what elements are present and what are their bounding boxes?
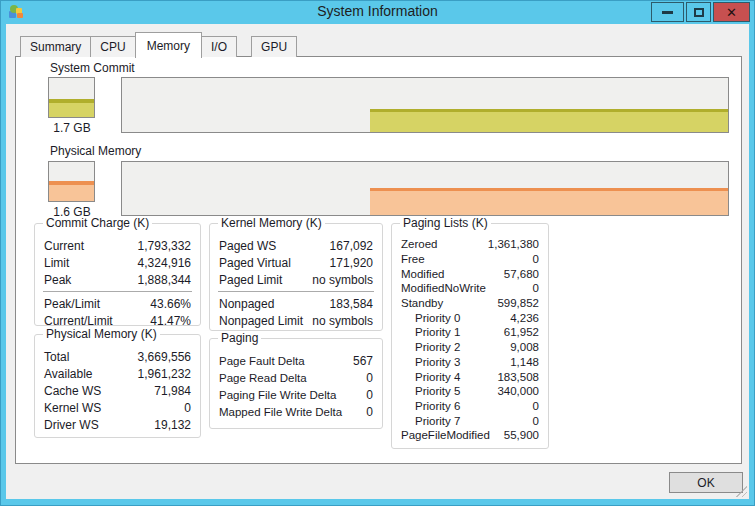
row-label: Total [44,350,69,364]
row-value: 71,984 [154,384,191,398]
row-label: Nonpaged [219,297,274,311]
row-label: Current/Limit [44,314,113,328]
ok-button[interactable]: OK [669,472,743,493]
tab-summary[interactable]: Summary [20,36,91,57]
maximize-button[interactable] [686,2,711,22]
row-value: 340,000 [497,385,539,397]
row-value: no symbols [312,273,373,287]
row-value: 0 [533,415,539,427]
panel-row: Modified57,680 [392,266,548,281]
kernel-memory-panel: Kernel Memory (K) Paged WS167,092Paged V… [209,223,383,331]
panel-row: Free0 [392,252,548,267]
system-commit-gauge [48,77,95,118]
memory-tab-page: System Commit 1.7 GB Physical Memory 1.6… [15,56,742,464]
physical-memory-history-graph [121,161,729,216]
row-value: 4,324,916 [138,256,191,270]
row-value: 9,008 [510,341,539,353]
panel-row: Priority 60 [392,399,548,414]
panel-row: Nonpaged183,584 [210,295,382,312]
panel-row: Priority 161,952 [392,325,548,340]
row-value: 567 [353,354,373,368]
row-label: Priority 6 [401,400,460,412]
panel-row: Priority 04,236 [392,310,548,325]
row-value: 1,361,380 [488,238,539,250]
row-label: Current [44,239,84,253]
panel-row: Available1,961,232 [35,365,200,382]
row-label: Priority 4 [401,371,460,383]
panel-title: Paging Lists (K) [400,216,491,230]
system-commit-graph-fill [370,109,728,132]
panel-title: Physical Memory (K) [43,327,160,341]
row-value: 171,920 [330,256,373,270]
panel-row: PageFileModified55,900 [392,428,548,443]
separator [218,291,374,292]
row-value: 19,132 [154,418,191,432]
row-value: no symbols [312,314,373,328]
row-label: Standby [401,297,443,309]
panel-rows: Paged WS167,092Paged Virtual171,920Paged… [210,237,382,329]
row-value: 0 [366,371,373,385]
tab-bar: Summary CPU Memory I/O GPU [20,32,296,57]
row-value: 61,952 [504,326,539,338]
paging-panel: Paging Page Fault Delta567Page Read Delt… [209,338,383,429]
row-value: 599,852 [497,297,539,309]
close-button[interactable]: ✕ [713,2,750,22]
row-label: Peak [44,273,71,287]
row-label: Cache WS [44,384,101,398]
paging-lists-panel: Paging Lists (K) Zeroed1,361,380Free0Mod… [391,223,549,449]
commit-charge-panel: Commit Charge (K) Current1,793,332Limit4… [34,223,201,326]
system-information-window: System Information ✕ Summary CPU Memory … [0,0,755,506]
panel-row: Cache WS71,984 [35,382,200,399]
row-value: 0 [533,253,539,265]
tab-io[interactable]: I/O [201,36,237,57]
panel-rows: Total3,669,556Available1,961,232Cache WS… [35,348,200,433]
row-label: Paged Virtual [219,256,291,270]
panel-rows: Current1,793,332Limit4,324,916Peak1,888,… [35,237,200,329]
window-title: System Information [1,3,754,19]
minimize-button[interactable] [651,2,684,22]
row-label: Priority 7 [401,415,460,427]
close-icon: ✕ [726,6,737,19]
row-label: Zeroed [401,238,437,250]
row-value: 3,669,556 [138,350,191,364]
panel-row: Paged Limitno symbols [210,271,382,288]
row-label: Driver WS [44,418,99,432]
row-value: 0 [533,400,539,412]
row-label: PageFileModified [401,429,490,441]
row-value: 1,793,332 [138,239,191,253]
panel-row: Priority 70 [392,413,548,428]
row-label: Available [44,367,92,381]
tab-gpu[interactable]: GPU [251,36,297,57]
row-label: Page Read Delta [219,372,307,384]
row-label: Page Fault Delta [219,355,305,367]
panel-title: Kernel Memory (K) [218,216,325,230]
titlebar[interactable]: System Information ✕ [1,1,754,24]
row-value: 57,680 [504,268,539,280]
panel-row: Mapped File Write Delta0 [210,403,382,420]
panel-title: Paging [218,331,261,345]
row-value: 1,148 [510,356,539,368]
row-value: 43.66% [150,297,191,311]
panel-row: Nonpaged Limitno symbols [210,312,382,329]
panel-row: Page Read Delta0 [210,369,382,386]
row-label: Kernel WS [44,401,101,415]
tab-memory[interactable]: Memory [135,32,202,58]
row-label: Priority 5 [401,385,460,397]
panel-row: ModifiedNoWrite0 [392,281,548,296]
window-controls: ✕ [651,2,750,22]
system-commit-gauge-value: 1.7 GB [30,121,114,135]
panel-row: Peak1,888,344 [35,271,200,288]
row-label: Priority 0 [401,312,460,324]
physical-memory-gauge-fill [49,181,94,201]
row-value: 4,236 [510,312,539,324]
dialog-client-area: Summary CPU Memory I/O GPU System Commit… [6,24,749,499]
tab-cpu[interactable]: CPU [90,36,135,57]
row-label: Priority 1 [401,326,460,338]
physical-memory-graph-fill [370,188,728,215]
row-value: 183,584 [330,297,373,311]
row-label: Paged WS [219,239,276,253]
row-value: 0 [366,405,373,419]
row-value: 55,900 [504,429,539,441]
panel-row: Peak/Limit43.66% [35,295,200,312]
row-label: Limit [44,256,69,270]
